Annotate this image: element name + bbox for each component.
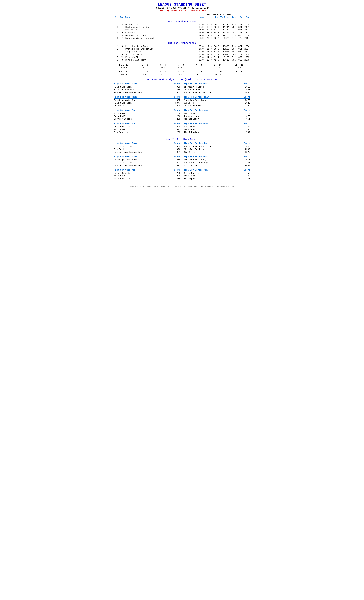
lane-label: Lane No	[114, 64, 136, 66]
score-item: Gary Phillips286	[114, 177, 180, 180]
lane-header-row-1: Lane No1 - 23 - 45 - 67 - 89 - 1011 - 12	[114, 64, 250, 66]
lane-date: 02/08	[114, 66, 136, 69]
lane-assignment: 10 11	[208, 73, 228, 76]
lane-data-row-1: 02/081 410 36 129 87 211 5	[114, 66, 250, 69]
main-title: LEAGUE STANDING SHEET	[114, 3, 250, 7]
score-value: 2455	[242, 91, 250, 94]
lane-assignment: 1 12	[228, 73, 250, 76]
score-name: Nick Daye	[184, 175, 242, 177]
score-value: 288	[172, 175, 180, 177]
lane-assignment: 6 12	[172, 66, 190, 69]
score-name: Split Lickers	[184, 164, 242, 167]
tm-header: Tm#	[119, 16, 124, 19]
score-value: 2534	[242, 145, 250, 148]
lane-col-header: 7 - 8	[190, 71, 208, 73]
score-name: Flip Side Coin	[114, 161, 172, 164]
score-name: North Wood Flooring	[184, 161, 242, 164]
lane-col-header: 11 - 12	[228, 64, 250, 66]
score-item: Cusack's994	[114, 104, 180, 107]
score-block-high_scr_series_men: High Scr Series-MenScoreNick Daye723Jaco…	[184, 109, 250, 121]
score-item: Brian Schultz750	[184, 172, 250, 175]
score-item: Dave Reek754	[184, 128, 250, 131]
gm-header: Gm	[236, 16, 243, 19]
score-category-high_hcp_series_men: High Hcp Series-MenScore	[184, 122, 250, 125]
score-item: Flip Side Coin2503	[184, 88, 250, 91]
ave-header: Ave	[230, 16, 236, 19]
lane-assignment: 4 8	[154, 73, 172, 76]
footer: Licensed To: The Dome Lanes Perfect Secr…	[114, 185, 250, 187]
lane-assignment: 11 5	[228, 66, 250, 69]
score-item: Gary Phillips286	[114, 115, 180, 118]
score-name: Flip Side Coin	[184, 88, 242, 91]
lane-assignment: 1 4	[136, 66, 154, 69]
score-value: 288	[172, 112, 180, 115]
score-value: 731	[242, 178, 250, 180]
lane-col-header: 3 - 4	[154, 64, 172, 66]
score-item: Prestige Auto Body1055	[114, 159, 180, 161]
score-category-high_hcp_series_team: High Hcp Series-TeamScore	[184, 96, 250, 99]
national-conference-label: National Conference	[114, 41, 250, 45]
score-value: 926	[172, 148, 180, 150]
score-name: Matt Moses	[114, 128, 172, 131]
last-week-scores-grid: High Scr Game-TeamScoreFlip Side Coin950…	[114, 83, 250, 136]
score-name: Cusack's	[114, 104, 172, 107]
score-item: Cusack's2820	[184, 102, 250, 104]
score-value: 286	[172, 115, 180, 118]
lane-date: 02/15	[114, 73, 136, 76]
score-item: Jeffrey Busick265	[114, 118, 180, 121]
lane-assignment: 2 5	[172, 73, 190, 76]
score-item: Brian Schultz299	[114, 172, 180, 175]
lane-col-header: 1 - 2	[136, 71, 154, 73]
score-value: 298	[172, 131, 180, 133]
lane-col-header: 11 - 12	[228, 71, 250, 73]
score-category-high_hcp_game_team: High Hcp Game-TeamScore	[114, 96, 180, 99]
score-name: Nick Daye	[184, 112, 242, 115]
score-name: Nick Daye	[114, 112, 172, 115]
lane-assignment: 9 6	[136, 73, 154, 76]
score-name: Bi Polar Rollers	[114, 88, 172, 91]
lane-col-header: 1 - 2	[136, 64, 154, 66]
score-item: Jacob Jensen679	[184, 115, 250, 118]
score-name: Gary Phillips	[114, 126, 172, 128]
score-value: 2875	[242, 99, 250, 102]
lane-data-row-2: 02/159 64 82 53 710 111 12	[114, 73, 250, 76]
score-item: Protec Home Inspection865	[114, 91, 180, 94]
lane-col-header: 5 - 6	[172, 64, 190, 66]
totpins-header: TotPins	[220, 16, 230, 19]
score-value: 2820	[242, 102, 250, 104]
score-block-high_scr_game_men: High Scr Game-MenScoreNick Daye288Gary P…	[114, 109, 180, 121]
table-row: 1 8 Prestige Auto Body 33.0 2.0 94.3 106…	[114, 45, 250, 48]
score-block-high_hcp_game_men: High Hcp Game-MenScoreGary Phillips324Ma…	[114, 122, 180, 134]
score-value: 865	[172, 91, 180, 94]
score-value: 299	[172, 172, 180, 174]
table-row: 4 6 Cusack's 12.0 23.0 34.3 10319 687 80…	[114, 31, 250, 34]
score-name: Brian Schultz	[184, 172, 242, 174]
lane-assignment: 3 7	[190, 73, 208, 76]
score-value: 994	[172, 104, 180, 107]
score-item: Big Balls926	[114, 148, 180, 151]
ser-header: Ser	[243, 16, 250, 19]
score-name: Al Zempel	[184, 178, 242, 180]
score-item: Flip Side Coin950	[114, 145, 180, 148]
score-value: 745	[242, 175, 250, 177]
ytd-high-scores: ---------- Year To Date High Scores ----…	[114, 138, 250, 182]
score-category-high_scr_game_men: High Scr Game-MenScore	[114, 169, 180, 171]
score-block-high_hcp_game_team: High Hcp Game-TeamScorePrestige Auto Bod…	[114, 155, 180, 167]
ytd-title: ---------- Year To Date High Scores ----…	[114, 138, 250, 141]
score-block-high_hcp_game_team: High Hcp Game-TeamScorePrestige Auto Bod…	[114, 96, 180, 107]
table-row: 4 10 Split Lickers 18.0 17.0 51.4 10046 …	[114, 53, 250, 56]
lane-assignment: 9 8	[190, 66, 208, 69]
page-container: LEAGUE STANDING SHEET Results for Week N…	[114, 3, 250, 187]
score-value: 1041	[172, 164, 180, 167]
score-value: 324	[172, 126, 180, 128]
score-category-high_scr_series_men: High Scr Series-MenScore	[184, 169, 250, 171]
lane-col-header: 3 - 4	[154, 71, 172, 73]
score-block-high_scr_series_team: High Scr Series-TeamScoreBi Polar Roller…	[184, 83, 250, 94]
score-item: Flip Side Coin2794	[184, 104, 250, 107]
score-value: 747	[242, 131, 250, 133]
score-name: Prestige Auto Body	[184, 159, 242, 161]
lane-label: Lane No	[114, 71, 136, 73]
score-value: 1047	[172, 161, 180, 164]
score-item: Jim Johnston298	[114, 131, 180, 134]
score-item: Bi Polar Rollers889	[114, 88, 180, 91]
